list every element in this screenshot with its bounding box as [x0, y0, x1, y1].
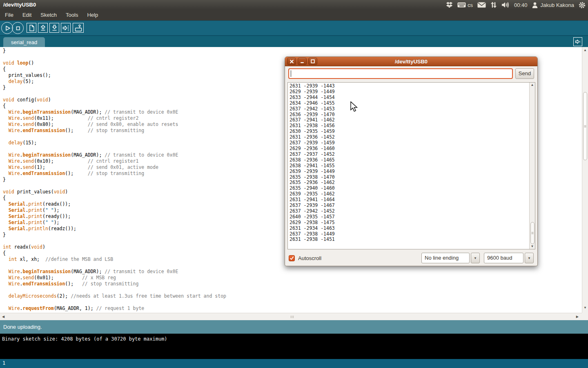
scroll-up-arrow-icon[interactable]: ▲ — [582, 49, 588, 52]
status-bar: Done uploading. — [0, 320, 588, 334]
serial-monitor-title: /dev/ttyUSB0 — [285, 57, 537, 66]
code-line: Wire.send(0x10); // cntrl register1 — [3, 158, 226, 164]
autoscroll-checkbox[interactable] — [289, 255, 295, 261]
stop-button[interactable] — [12, 22, 24, 34]
code-line: } — [3, 48, 226, 54]
baud-rate-dropdown[interactable]: 9600 baud ▼ — [484, 253, 534, 263]
minimize-button[interactable] — [298, 58, 307, 65]
serial-output-text: 2631 -2939 -14432629 -2939 -14492633 -29… — [290, 83, 335, 242]
dropbox-icon[interactable] — [446, 2, 453, 8]
code-line: Wire.endTransmission(); // stop transmit… — [3, 171, 226, 177]
code-line: int xl, xh; //define the MSB and LSB — [3, 256, 226, 263]
code-line: Wire.send(0x01); // x MSB reg — [3, 275, 226, 281]
code-line: Serial.println(readz()); — [3, 226, 226, 232]
text-caret — [291, 70, 291, 77]
line-number-strip: 1 — [0, 359, 588, 368]
chevron-down-icon[interactable]: ▼ — [471, 253, 480, 263]
serial-monitor-window: /dev/ttyUSB0 Send 2631 -2939 -14432629 -… — [285, 56, 538, 266]
serial-row: 2637 -2938 -1449 — [290, 231, 335, 237]
serial-send-input[interactable] — [288, 68, 513, 79]
editor-vscroll-thumb[interactable] — [583, 92, 587, 160]
line-ending-value[interactable]: No line ending — [421, 253, 470, 263]
scroll-right-arrow-icon[interactable]: ▶ — [576, 315, 579, 319]
window-controls — [287, 58, 317, 65]
code-line — [3, 238, 226, 244]
status-message: Done uploading. — [3, 324, 42, 330]
serial-scrollbar[interactable]: ▲ ▼ — [529, 83, 535, 249]
code-line: { — [3, 250, 226, 256]
upload-button[interactable] — [61, 23, 71, 33]
clock[interactable]: 00:40 — [514, 2, 528, 8]
serial-row: 2631 -2938 -1456 — [290, 123, 335, 129]
code-line: Wire.beginTransmission(MAG_ADDR); // tra… — [3, 152, 226, 158]
code-line — [3, 91, 226, 97]
serial-row: 2640 -2935 -1457 — [290, 214, 335, 220]
mouse-cursor-icon — [350, 101, 358, 114]
scroll-left-arrow-icon[interactable]: ◀ — [2, 315, 4, 319]
new-sketch-button[interactable] — [27, 23, 36, 33]
serial-row: 2629 -2936 -1460 — [290, 146, 335, 152]
system-tray: cs 00:40 — [446, 0, 586, 10]
autoscroll-label[interactable]: Autoscroll — [298, 255, 321, 261]
close-button[interactable] — [287, 58, 296, 65]
open-sketch-button[interactable] — [38, 23, 48, 33]
code-line — [3, 183, 226, 189]
send-button[interactable]: Send — [515, 68, 534, 79]
serial-output-area[interactable]: 2631 -2939 -14432629 -2939 -14492633 -29… — [287, 82, 535, 249]
code-line — [3, 287, 226, 293]
code-line: Serial.print(" "); — [3, 220, 226, 226]
code-line: void loop() — [3, 60, 226, 66]
code-line: { — [3, 66, 226, 72]
network-transfer-icon[interactable] — [490, 2, 497, 8]
code-line: Serial.print(" "); — [3, 207, 226, 213]
scrollbar-corner — [582, 313, 588, 320]
serial-row: 2639 -2935 -1462 — [290, 191, 335, 197]
desktop: /dev/ttyUSB0 cs — [0, 0, 588, 368]
serial-monitor-titlebar[interactable]: /dev/ttyUSB0 — [285, 57, 537, 66]
code-line — [3, 263, 226, 269]
current-line-indicator: 1 — [2, 360, 5, 366]
code-line — [3, 146, 226, 152]
serial-row: 2638 -2941 -1455 — [290, 163, 335, 169]
serial-monitor-button[interactable] — [73, 23, 84, 33]
editor-horizontal-scrollbar[interactable]: ◀ ▶ — [0, 313, 582, 320]
console-text: Binary sketch size: 4208 bytes (of a 307… — [2, 336, 167, 342]
serial-row: 2630 -2935 -1459 — [290, 129, 335, 135]
session-power-icon[interactable] — [579, 2, 586, 9]
tab-serial-read[interactable]: serial_read — [3, 37, 45, 48]
code-line: } — [3, 85, 226, 91]
menu-tools[interactable]: Tools — [61, 10, 82, 20]
menu-edit[interactable]: Edit — [18, 10, 36, 20]
menu-help[interactable]: Help — [82, 10, 102, 20]
baud-rate-value[interactable]: 9600 baud — [484, 253, 523, 263]
keyboard-layout-code: cs — [468, 2, 473, 8]
serial-row: 2635 -2940 -1460 — [290, 186, 335, 191]
scroll-up-arrow-icon[interactable]: ▲ — [530, 83, 535, 87]
menu-sketch[interactable]: Sketch — [36, 10, 61, 20]
user-menu[interactable]: Jakub Kakona — [541, 2, 574, 8]
tab-menu-button[interactable] — [573, 37, 582, 46]
scroll-down-arrow-icon[interactable]: ▼ — [582, 306, 588, 310]
maximize-button[interactable] — [308, 58, 317, 65]
line-ending-dropdown[interactable]: No line ending ▼ — [421, 253, 480, 263]
serial-row: 2637 -2937 -1452 — [290, 152, 335, 157]
code-line: Wire.beginTransmission(MAG_ADDR); // tra… — [3, 269, 226, 275]
keyboard-layout-indicator[interactable]: cs — [457, 2, 473, 8]
chevron-down-icon[interactable]: ▼ — [525, 253, 534, 263]
volume-icon[interactable] — [501, 2, 510, 8]
serial-vscroll-thumb[interactable] — [530, 222, 535, 244]
menu-file[interactable]: File — [0, 10, 18, 20]
code-line: Wire.endTransmission(); // stop transmit… — [3, 128, 226, 134]
editor-vertical-scrollbar[interactable]: ▲ ▼ — [582, 47, 588, 313]
serial-row: 2638 -2936 -1465 — [290, 157, 335, 163]
code-line: } — [3, 232, 226, 238]
save-sketch-button[interactable] — [49, 23, 59, 33]
code-text: }void loop(){ print_values(); delay(5);}… — [3, 48, 226, 312]
code-line: delay(15); — [3, 140, 226, 146]
scroll-down-arrow-icon[interactable]: ▼ — [530, 245, 535, 248]
verify-button[interactable] — [1, 22, 13, 34]
serial-monitor-controls: Autoscroll No line ending ▼ 9600 baud ▼ — [289, 251, 534, 265]
mail-icon[interactable] — [477, 2, 486, 8]
serial-row: 2637 -2942 -1453 — [290, 106, 335, 112]
serial-row: 2631 -2936 -1452 — [290, 135, 335, 140]
